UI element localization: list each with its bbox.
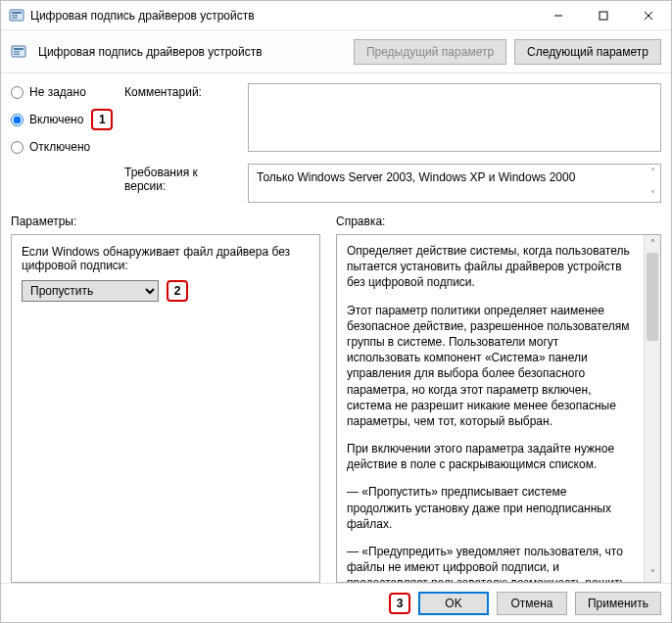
radio-not-configured-label: Не задано [29, 85, 86, 99]
unsigned-driver-action-select[interactable]: Пропустить [22, 280, 159, 302]
close-button[interactable] [626, 1, 671, 29]
toolbar-title-text: Цифровая подпись драйверов устройств [38, 45, 263, 59]
window-controls [536, 1, 671, 29]
policy-icon [11, 44, 26, 60]
app-icon [9, 8, 24, 24]
footer: 3 OK Отмена Применить [1, 583, 671, 622]
radio-disabled[interactable]: Отключено [11, 140, 119, 154]
svg-rect-11 [14, 53, 20, 55]
previous-setting-button[interactable]: Предыдущий параметр [354, 39, 506, 65]
comment-textarea[interactable] [248, 83, 661, 152]
radio-enabled-input[interactable] [11, 114, 24, 126]
scroll-down-icon: ˅ [650, 189, 655, 200]
comment-label: Комментарий: [124, 83, 242, 99]
svg-rect-3 [12, 17, 18, 19]
callout-1: 1 [91, 109, 113, 130]
svg-rect-5 [600, 12, 607, 20]
apply-button[interactable]: Применить [575, 592, 661, 615]
scroll-down-icon[interactable]: ˅ [645, 565, 660, 582]
help-paragraph: — «Пропустить» предписывает системе прод… [347, 484, 634, 532]
radio-not-configured[interactable]: Не задано [11, 85, 119, 99]
parameters-prompt: Если Windows обнаруживает файл драйвера … [22, 245, 310, 272]
help-panel: Определяет действие системы, когда польз… [336, 234, 661, 583]
state-radio-group: Не задано Включено 1 Отключено [11, 83, 119, 154]
callout-2: 2 [167, 280, 188, 302]
radio-enabled[interactable]: Включено [11, 113, 83, 126]
parameters-panel: Если Windows обнаруживает файл драйвера … [11, 234, 320, 583]
help-paragraph: — «Предупредить» уведомляет пользователя… [347, 544, 634, 582]
radio-not-configured-input[interactable] [11, 86, 24, 99]
titlebar: Цифровая подпись драйверов устройств [1, 1, 671, 30]
help-scrollbar[interactable]: ˄ ˅ [644, 235, 660, 582]
radio-enabled-label: Включено [29, 113, 83, 126]
ok-button[interactable]: OK [418, 592, 489, 615]
radio-disabled-label: Отключено [29, 140, 90, 154]
svg-rect-10 [14, 51, 20, 53]
help-paragraph: Этот параметр политики определяет наимен… [347, 303, 634, 430]
next-setting-button[interactable]: Следующий параметр [514, 39, 661, 65]
radio-disabled-input[interactable] [11, 141, 24, 154]
version-req-text: Только Windows Server 2003, Windows XP и… [249, 165, 645, 202]
parameters-label: Параметры: [11, 215, 320, 228]
version-req-label: Требования к версии: [124, 164, 242, 193]
section-labels: Параметры: Справка: [11, 215, 661, 228]
lower-panels: Если Windows обнаруживает файл драйвера … [11, 234, 661, 583]
callout-3: 3 [389, 593, 410, 614]
version-scrollbar[interactable]: ˄ ˅ [645, 165, 660, 202]
help-text: Определяет действие системы, когда польз… [337, 235, 644, 582]
minimize-button[interactable] [536, 1, 581, 29]
window-title: Цифровая подпись драйверов устройств [30, 9, 536, 23]
svg-rect-9 [14, 48, 24, 50]
dialog-window: Цифровая подпись драйверов устройств [0, 0, 672, 623]
help-paragraph: При включении этого параметра задайте ну… [347, 441, 634, 472]
upper-grid: Не задано Включено 1 Отключено Комментар… [11, 83, 661, 203]
toolbar: Цифровая подпись драйверов устройств Пре… [1, 30, 671, 73]
content-area: Не задано Включено 1 Отключено Комментар… [1, 73, 671, 583]
cancel-button[interactable]: Отмена [497, 592, 567, 615]
toolbar-title: Цифровая подпись драйверов устройств [11, 44, 346, 60]
scroll-thumb[interactable] [647, 253, 658, 341]
svg-rect-2 [12, 15, 18, 17]
help-label: Справка: [336, 215, 385, 228]
help-paragraph: Определяет действие системы, когда польз… [347, 243, 634, 291]
maximize-button[interactable] [581, 1, 626, 29]
scroll-up-icon: ˄ [650, 167, 655, 177]
scroll-up-icon[interactable]: ˄ [645, 235, 660, 252]
version-req-box: Только Windows Server 2003, Windows XP и… [248, 164, 661, 203]
svg-rect-1 [12, 12, 22, 14]
